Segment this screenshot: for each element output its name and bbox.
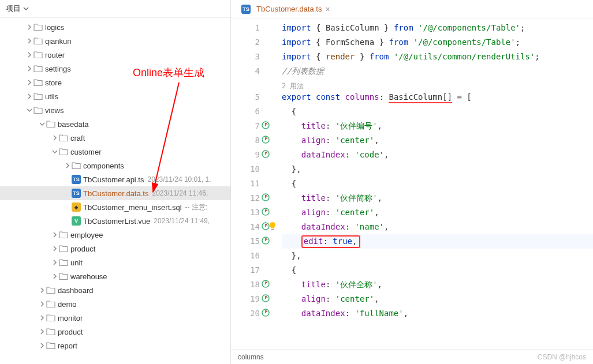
tree-folder-components[interactable]: components bbox=[0, 159, 230, 172]
tree-folder-qiankun[interactable]: qiankun bbox=[0, 34, 230, 48]
watermark: CSDN @hjhcos bbox=[538, 353, 586, 361]
editor-pane: TS TbCustomer.data.ts × 1 2 3 4 5 6 7 8 … bbox=[231, 0, 593, 364]
tree-folder-customer[interactable]: customer bbox=[0, 145, 230, 159]
vue-icon: V bbox=[72, 216, 81, 226]
line-gutter: 1 2 3 4 5 6 7 8 9 10 11 12 13 14 15 16 1… bbox=[231, 18, 266, 349]
svg-rect-10 bbox=[271, 229, 274, 230]
tree-folder-unit[interactable]: unit bbox=[0, 256, 230, 269]
tree-folder-craft[interactable]: craft bbox=[0, 131, 230, 145]
ts-icon: TS bbox=[241, 5, 251, 14]
lightbulb-icon[interactable] bbox=[268, 222, 277, 231]
tree-file-sql[interactable]: ◆TbCustomer_menu_insert.sql-- 注意: bbox=[0, 200, 230, 214]
usage-hint[interactable]: 2 用法 bbox=[282, 82, 304, 90]
tree-file-data[interactable]: TSTbCustomer.data.ts2023/11/24 11:46, bbox=[0, 186, 230, 200]
sql-icon: ◆ bbox=[72, 202, 81, 212]
tree-folder-router[interactable]: router bbox=[0, 48, 230, 62]
tree-folder-product2[interactable]: product bbox=[0, 325, 230, 339]
ts-icon: TS bbox=[72, 175, 81, 184]
tree-folder-employee[interactable]: employee bbox=[0, 228, 230, 242]
tab-title: TbCustomer.data.ts bbox=[256, 5, 322, 13]
tree-folder-dashboard[interactable]: dashboard bbox=[0, 283, 230, 297]
tree-folder-views[interactable]: views bbox=[0, 103, 230, 117]
tab-tbcustomer-data[interactable]: TS TbCustomer.data.ts × bbox=[236, 0, 336, 18]
tab-bar: TS TbCustomer.data.ts × bbox=[231, 0, 593, 18]
tree-folder-logics[interactable]: logics bbox=[0, 20, 230, 34]
code-editor[interactable]: 1 2 3 4 5 6 7 8 9 10 11 12 13 14 15 16 1… bbox=[231, 18, 593, 349]
ts-icon: TS bbox=[72, 189, 81, 198]
tree-file-api[interactable]: TSTbCustomer.api.ts2023/11/24 10:01, 1. bbox=[0, 172, 230, 186]
close-icon[interactable]: × bbox=[325, 5, 330, 14]
annotation-text: Online表单生成 bbox=[133, 66, 204, 80]
code-content[interactable]: import { BasicColumn } from '/@/componen… bbox=[266, 18, 593, 349]
tree-folder-monitor[interactable]: monitor bbox=[0, 311, 230, 325]
tree-folder-product[interactable]: product bbox=[0, 242, 230, 256]
tree-folder-report[interactable]: report bbox=[0, 339, 230, 352]
tree-file-vue[interactable]: VTbCustomerList.vue2023/11/24 11:49, bbox=[0, 214, 230, 228]
sidebar-title: 项目 bbox=[6, 3, 21, 14]
tree-folder-basedata[interactable]: basedata bbox=[0, 117, 230, 131]
tree-folder-warehouse[interactable]: warehouse bbox=[0, 269, 230, 283]
tree-folder-demo[interactable]: demo bbox=[0, 297, 230, 311]
project-sidebar: 项目 logics qiankun router settings store … bbox=[0, 0, 231, 364]
tree-folder-utils[interactable]: utils bbox=[0, 89, 230, 103]
chevron-down-icon bbox=[23, 6, 29, 12]
breadcrumb-item[interactable]: columns bbox=[238, 353, 264, 361]
breadcrumb-bar: columns CSDN @hjhcos bbox=[231, 349, 593, 364]
sidebar-header[interactable]: 项目 bbox=[0, 0, 230, 18]
